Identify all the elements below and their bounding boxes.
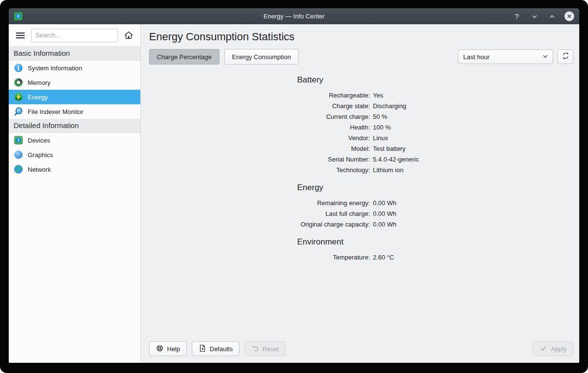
- devices-icon: [14, 135, 23, 145]
- form-label: Vendor:: [141, 133, 370, 144]
- sidebar-item-label: Graphics: [28, 151, 53, 159]
- sidebar-item-label: Devices: [28, 137, 50, 144]
- apply-button[interactable]: Apply: [533, 341, 573, 356]
- sidebar-item-label: System Information: [28, 65, 82, 72]
- form-label: Technology:: [141, 165, 370, 176]
- help-button-label: Help: [167, 345, 180, 353]
- reset-button-label: Reset: [262, 345, 279, 353]
- hamburger-menu-icon[interactable]: [14, 29, 27, 42]
- page-title: Energy Consumption Statistics: [149, 31, 579, 43]
- timespan-dropdown[interactable]: Last hour: [458, 49, 553, 64]
- minimize-icon[interactable]: [529, 11, 539, 21]
- chevron-down-icon: [542, 53, 549, 61]
- toolbar: Charge PercentageEnergy Consumption Last…: [149, 49, 573, 65]
- main-content: Energy Consumption Statistics Charge Per…: [141, 24, 579, 363]
- timespan-selected-value: Last hour: [463, 53, 489, 61]
- sidebar-nav: Basic InformationSystem InformationMemor…: [9, 47, 140, 363]
- form-row: Remaining energy:0.00 Wh: [141, 198, 579, 209]
- form-label: Temperature:: [141, 252, 370, 263]
- form-label: Original charge capacity:: [141, 219, 370, 230]
- system-information-icon: [14, 63, 23, 73]
- form-label: Serial Number:: [141, 154, 370, 165]
- view-button-energy-consumption[interactable]: Energy Consumption: [224, 49, 299, 65]
- sidebar-section-detailed-information: Detailed Information: [9, 119, 140, 133]
- section-title-environment: Environment: [297, 237, 579, 247]
- sidebar-item-network[interactable]: Network: [9, 162, 140, 177]
- help-button[interactable]: Help: [149, 341, 187, 356]
- sidebar-item-devices[interactable]: Devices: [9, 133, 140, 147]
- apply-check-icon: [539, 344, 547, 354]
- sidebar-header: [9, 24, 140, 47]
- footer-button-bar: Help Defaults Reset: [141, 337, 579, 363]
- search-input[interactable]: [31, 29, 118, 42]
- maximize-icon[interactable]: [547, 11, 557, 21]
- form-row: Health:100 %: [141, 122, 579, 133]
- form-value: Test battery: [373, 144, 405, 154]
- view-button-charge-percentage[interactable]: Charge Percentage: [149, 49, 219, 65]
- form-value: 0.00 Wh: [373, 209, 396, 219]
- graphics-icon: [14, 150, 23, 160]
- defaults-button-label: Defaults: [210, 345, 233, 353]
- file-indexer-icon: [14, 107, 23, 116]
- form-label: Remaining energy:: [141, 198, 370, 209]
- window-frame: Energy — Info Center ?: [0, 0, 588, 373]
- sidebar-section-basic-information: Basic Information: [9, 47, 140, 61]
- info-center-window: Energy — Info Center ?: [9, 8, 579, 363]
- form-label: Model:: [141, 144, 370, 154]
- form-label: Charge state:: [141, 101, 370, 112]
- form-value: Discharging: [373, 101, 406, 112]
- form-row: Charge state:Discharging: [141, 101, 579, 112]
- sidebar-item-memory[interactable]: Memory: [9, 75, 140, 90]
- energy-icon: [14, 92, 23, 102]
- sidebar-item-graphics[interactable]: Graphics: [9, 147, 140, 162]
- defaults-document-icon: [199, 344, 206, 354]
- sidebar-item-system-information[interactable]: System Information: [9, 61, 140, 75]
- sidebar-item-label: Network: [28, 166, 51, 173]
- sidebar-item-file-indexer-monitor[interactable]: File Indexer Monitor: [9, 104, 140, 119]
- form-row: Rechargeable:Yes: [141, 90, 579, 101]
- form-row: Temperature:2.60 °C: [141, 252, 579, 263]
- titlebar[interactable]: Energy — Info Center ?: [9, 8, 579, 24]
- form-label: Rechargeable:: [141, 90, 370, 101]
- section-title-battery: Battery: [297, 75, 579, 85]
- form-value: 100 %: [373, 122, 391, 133]
- home-icon[interactable]: [122, 29, 135, 42]
- form-row: Current charge:50 %: [141, 112, 579, 122]
- form-row: Vendor:Linux: [141, 133, 579, 144]
- refresh-button[interactable]: [557, 49, 573, 64]
- form-label: Last full charge:: [141, 209, 370, 219]
- close-icon[interactable]: [564, 11, 574, 21]
- form-value: Lithium ion: [373, 165, 403, 176]
- sidebar: Basic InformationSystem InformationMemor…: [9, 24, 141, 363]
- form-row: Model:Test battery: [141, 144, 579, 154]
- info-center-app-icon: [14, 12, 23, 21]
- form-value: Linux: [373, 133, 388, 144]
- network-icon: [14, 164, 23, 174]
- form-area: BatteryRechargeable:YesCharge state:Disc…: [141, 75, 579, 263]
- form-label: Health:: [141, 122, 370, 133]
- form-row: Technology:Lithium ion: [141, 165, 579, 176]
- apply-button-label: Apply: [551, 345, 567, 353]
- section-title-energy: Energy: [297, 183, 579, 193]
- form-label: Current charge:: [141, 112, 370, 122]
- sidebar-item-energy[interactable]: Energy: [9, 90, 140, 104]
- refresh-icon: [561, 51, 570, 62]
- sidebar-item-label: Energy: [28, 94, 48, 101]
- sidebar-item-label: Memory: [28, 79, 50, 86]
- window-title: Energy — Info Center: [9, 13, 579, 20]
- defaults-button[interactable]: Defaults: [192, 341, 240, 356]
- reset-undo-icon: [251, 344, 259, 354]
- form-value: 5.4.0-42-generic: [373, 154, 419, 165]
- form-value: 0.00 Wh: [373, 198, 396, 209]
- help-lifering-icon: [156, 344, 164, 354]
- form-value: Yes: [373, 90, 383, 101]
- memory-icon: [14, 78, 23, 87]
- reset-button[interactable]: Reset: [244, 341, 286, 356]
- form-row: Last full charge:0.00 Wh: [141, 209, 579, 219]
- titlebar-help-button[interactable]: ?: [512, 11, 522, 21]
- view-buttons: Charge PercentageEnergy Consumption: [149, 49, 303, 65]
- form-value: 50 %: [373, 112, 387, 122]
- form-row: Serial Number:5.4.0-42-generic: [141, 154, 579, 165]
- form-row: Original charge capacity:0.00 Wh: [141, 219, 579, 230]
- form-value: 0.00 Wh: [373, 219, 396, 230]
